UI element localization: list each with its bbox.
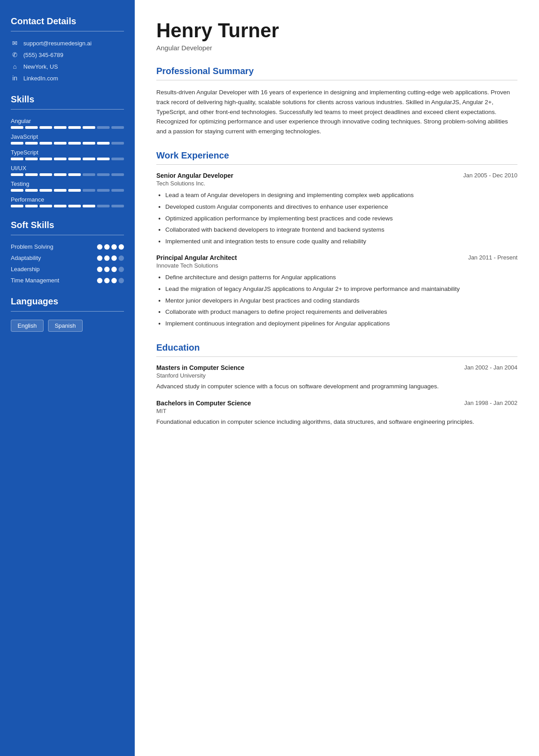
- skill-segment-filled: [68, 189, 81, 192]
- candidate-name: Henry Turner: [156, 20, 517, 41]
- skill-segment-filled: [68, 126, 81, 129]
- dot-empty: [119, 267, 124, 272]
- skills-divider: [11, 109, 124, 110]
- skill-segment-filled: [11, 158, 23, 160]
- skill-item: Angular: [11, 118, 124, 129]
- location-icon: ⌂: [11, 63, 19, 70]
- edu-desc: Advanced study in computer science with …: [156, 382, 517, 391]
- linkedin-icon: in: [11, 75, 19, 82]
- job-bullet: Implement continuous integration and dep…: [165, 319, 517, 329]
- job-bullet: Mentor junior developers in Angular best…: [165, 296, 517, 306]
- soft-skill-row: Adaptability: [11, 255, 124, 261]
- job-bullet: Collaborate with product managers to def…: [165, 307, 517, 317]
- job-entry: Principal Angular Architect Jan 2011 - P…: [156, 254, 517, 328]
- dot-filled: [97, 278, 102, 283]
- skills-section: Skills AngularJavaScriptTypeScriptUI/UXT…: [11, 94, 124, 207]
- skill-segment-empty: [111, 142, 124, 145]
- skill-segment-filled: [83, 142, 95, 145]
- skill-segment-filled: [54, 173, 66, 176]
- job-bullet: Implemented unit and integration tests t…: [165, 237, 517, 246]
- contact-item-location: ⌂NewYork, US: [11, 63, 124, 70]
- skills-title: Skills: [11, 94, 124, 105]
- soft-skill-name: Adaptability: [11, 255, 41, 261]
- skill-segment-filled: [83, 126, 95, 129]
- education-list: Masters in Computer Science Jan 2002 - J…: [156, 364, 517, 426]
- skill-segment-filled: [68, 142, 81, 145]
- dot-filled: [104, 267, 110, 272]
- job-bullet: Lead a team of Angular developers in des…: [165, 190, 517, 200]
- education-entry: Masters in Computer Science Jan 2002 - J…: [156, 364, 517, 391]
- edu-header: Bachelors in Computer Science Jan 1998 -…: [156, 400, 517, 407]
- job-header: Senior Angular Developer Jan 2005 - Dec …: [156, 172, 517, 179]
- skill-segment-empty: [97, 205, 110, 207]
- dot-filled: [111, 267, 117, 272]
- job-title: Senior Angular Developer: [156, 172, 233, 179]
- skill-segment-filled: [25, 158, 38, 160]
- skill-segment-empty: [97, 126, 110, 129]
- dot-filled: [111, 255, 117, 261]
- skill-segment-filled: [40, 142, 52, 145]
- edu-dates: Jan 1998 - Jan 2002: [464, 400, 517, 406]
- contact-text-phone: (555) 345-6789: [23, 52, 63, 58]
- skill-segment-filled: [54, 189, 66, 192]
- skill-segment-filled: [54, 158, 66, 160]
- skill-item: Testing: [11, 180, 124, 192]
- skill-segment-filled: [97, 158, 110, 160]
- skill-name: Testing: [11, 180, 124, 187]
- skill-name: UI/UX: [11, 165, 124, 171]
- skill-segment-filled: [40, 158, 52, 160]
- soft-skills-list: Problem SolvingAdaptabilityLeadershipTim…: [11, 243, 124, 284]
- job-bullet: Define architecture and design patterns …: [165, 273, 517, 282]
- languages-title: Languages: [11, 296, 124, 307]
- soft-skills-divider: [11, 235, 124, 235]
- soft-skill-dots: [97, 255, 124, 261]
- soft-skill-dots: [97, 278, 124, 283]
- contact-item-linkedin: inLinkedIn.com: [11, 75, 124, 82]
- edu-degree: Bachelors in Computer Science: [156, 400, 251, 407]
- contact-list: ✉support@resumedesign.ai✆(555) 345-6789⌂…: [11, 40, 124, 82]
- dot-empty: [119, 255, 124, 261]
- skill-segment-filled: [68, 173, 81, 176]
- skill-segment-empty: [111, 205, 124, 207]
- job-bullet: Lead the migration of legacy AngularJS a…: [165, 284, 517, 294]
- contact-section: Contact Details ✉support@resumedesign.ai…: [11, 16, 124, 82]
- skill-segment-empty: [111, 158, 124, 160]
- skill-bar: [11, 126, 124, 129]
- dot-filled: [119, 244, 124, 250]
- soft-skill-row: Time Management: [11, 277, 124, 284]
- skill-segment-filled: [83, 158, 95, 160]
- skill-bar: [11, 158, 124, 160]
- contact-text-linkedin: LinkedIn.com: [23, 75, 58, 82]
- work-section-title: Work Experience: [156, 150, 517, 161]
- skill-segment-filled: [68, 158, 81, 160]
- edu-desc: Foundational education in computer scien…: [156, 417, 517, 427]
- work-divider: [156, 164, 517, 165]
- edu-degree: Masters in Computer Science: [156, 364, 244, 371]
- summary-section-title: Professional Summary: [156, 66, 517, 76]
- dot-filled: [111, 278, 117, 283]
- skill-segment-filled: [83, 205, 95, 207]
- edu-school: Stanford University: [156, 372, 517, 379]
- contact-item-email: ✉support@resumedesign.ai: [11, 40, 124, 47]
- skill-name: JavaScript: [11, 133, 124, 140]
- education-section-title: Education: [156, 343, 517, 353]
- dot-filled: [97, 255, 102, 261]
- skill-segment-filled: [11, 189, 23, 192]
- skill-segment-empty: [83, 189, 95, 192]
- skill-segment-filled: [11, 205, 23, 207]
- skill-name: Performance: [11, 196, 124, 203]
- dot-filled: [104, 278, 110, 283]
- skills-list: AngularJavaScriptTypeScriptUI/UXTestingP…: [11, 118, 124, 207]
- dot-filled: [97, 244, 102, 250]
- job-bullet: Optimized application performance by imp…: [165, 214, 517, 224]
- summary-divider: [156, 80, 517, 80]
- job-title: Principal Angular Architect: [156, 254, 237, 261]
- skill-segment-filled: [40, 126, 52, 129]
- skill-segment-filled: [25, 205, 38, 207]
- skill-item: UI/UX: [11, 165, 124, 176]
- summary-text: Results-driven Angular Developer with 16…: [156, 88, 517, 136]
- edu-school: MIT: [156, 408, 517, 414]
- soft-skill-name: Leadership: [11, 266, 40, 273]
- soft-skill-row: Problem Solving: [11, 243, 124, 250]
- main-content: Henry Turner Angular Developer Professio…: [135, 0, 539, 756]
